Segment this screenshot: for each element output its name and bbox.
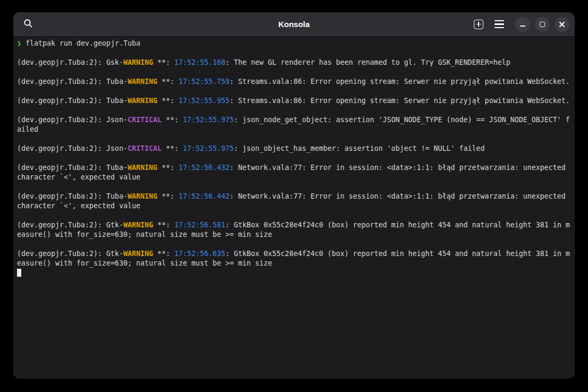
close-icon (559, 21, 565, 28)
maximize-icon (540, 22, 545, 27)
terminal-line: character `<', expected value (17, 201, 571, 211)
search-button[interactable] (20, 16, 36, 32)
terminal-line: (dev.geopjr.Tuba:2): Gsk-WARNING **: 17:… (17, 58, 571, 67)
terminal-line: (dev.geopjr.Tuba:2): Tuba-WARNING **: 17… (17, 192, 571, 201)
konsole-window: Konsola ❯ f (13, 12, 575, 379)
terminal-line (17, 87, 571, 96)
terminal-line: easure() with for_size=630; natural size… (17, 230, 571, 240)
terminal-line (17, 268, 571, 278)
minimize-icon (520, 25, 525, 27)
terminal-line (17, 67, 571, 77)
terminal-line (17, 106, 571, 115)
terminal-line: (dev.geopjr.Tuba:2): Gtk-WARNING **: 17:… (17, 220, 571, 230)
search-icon (23, 19, 33, 30)
terminal-line: (dev.geopjr.Tuba:2): Tuba-WARNING **: 17… (17, 77, 571, 87)
terminal-line (17, 134, 571, 144)
new-tab-icon (474, 20, 483, 29)
terminal-line: ailed (17, 125, 571, 134)
new-tab-button[interactable] (471, 16, 487, 32)
terminal-line (17, 182, 571, 192)
terminal-line (17, 154, 571, 163)
terminal-cursor (17, 269, 21, 277)
close-button[interactable] (555, 17, 569, 32)
terminal-line: (dev.geopjr.Tuba:2): Json-CRITICAL **: 1… (17, 144, 571, 154)
minimize-button[interactable] (515, 17, 530, 32)
terminal-line: ❯ flatpak run dev.geopjr.Tuba (17, 39, 571, 48)
terminal-line: (dev.geopjr.Tuba:2): Tuba-WARNING **: 17… (17, 96, 571, 106)
terminal-line: (dev.geopjr.Tuba:2): Gtk-WARNING **: 17:… (17, 249, 571, 259)
titlebar[interactable]: Konsola (13, 12, 575, 37)
menu-button[interactable] (491, 16, 507, 32)
terminal-line (17, 240, 571, 249)
terminal-line: (dev.geopjr.Tuba:2): Json-CRITICAL **: 1… (17, 115, 571, 125)
terminal-output[interactable]: ❯ flatpak run dev.geopjr.Tuba (dev.geopj… (13, 37, 575, 379)
terminal-line: character `<', expected value (17, 173, 571, 182)
terminal-line: (dev.geopjr.Tuba:2): Tuba-WARNING **: 17… (17, 163, 571, 173)
terminal-line (17, 211, 571, 220)
terminal-line: easure() with for_size=630; natural size… (17, 259, 571, 268)
terminal-line (17, 48, 571, 58)
hamburger-menu-icon (495, 20, 504, 28)
maximize-button[interactable] (535, 17, 550, 32)
